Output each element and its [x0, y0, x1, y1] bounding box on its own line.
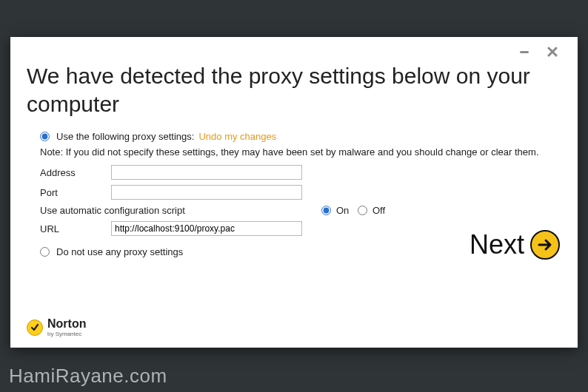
url-input[interactable]: [111, 221, 302, 236]
address-label: Address: [40, 167, 111, 178]
auto-config-off-radio[interactable]: [358, 206, 367, 215]
close-button[interactable]: [547, 46, 558, 58]
minimize-icon: [519, 47, 529, 57]
titlebar: [27, 44, 561, 58]
port-label: Port: [40, 187, 111, 198]
close-icon: [547, 47, 558, 57]
use-proxy-label: Use the following proxy settings:: [56, 131, 194, 142]
next-label: Next: [470, 229, 524, 260]
brand-logo: Norton by Symantec: [27, 318, 86, 337]
brand-sub: by Symantec: [47, 331, 86, 337]
minimize-button[interactable]: [518, 46, 530, 58]
auto-config-on-radio[interactable]: [321, 206, 331, 215]
dialog-window: We have detected the proxy settings belo…: [10, 37, 578, 348]
next-button[interactable]: Next: [470, 229, 560, 260]
malware-note: Note: If you did not specify these setti…: [40, 146, 561, 158]
use-proxy-radio[interactable]: [40, 132, 50, 141]
no-proxy-label: Do not use any proxy settings: [56, 246, 183, 257]
address-input[interactable]: [111, 165, 302, 180]
svg-rect-0: [520, 51, 529, 53]
auto-config-label: Use automatic configuration script: [40, 205, 321, 216]
brand-name: Norton: [47, 318, 86, 330]
norton-check-icon: [27, 320, 43, 336]
no-proxy-radio[interactable]: [40, 247, 50, 257]
port-input[interactable]: [111, 185, 302, 200]
undo-changes-link[interactable]: Undo my changes: [198, 131, 276, 142]
next-arrow-icon: [530, 230, 560, 260]
page-title: We have detected the proxy settings belo…: [27, 62, 561, 118]
watermark: HamiRayane.com: [9, 365, 167, 388]
off-label: Off: [372, 205, 385, 216]
on-label: On: [336, 205, 349, 216]
url-label: URL: [40, 223, 111, 234]
